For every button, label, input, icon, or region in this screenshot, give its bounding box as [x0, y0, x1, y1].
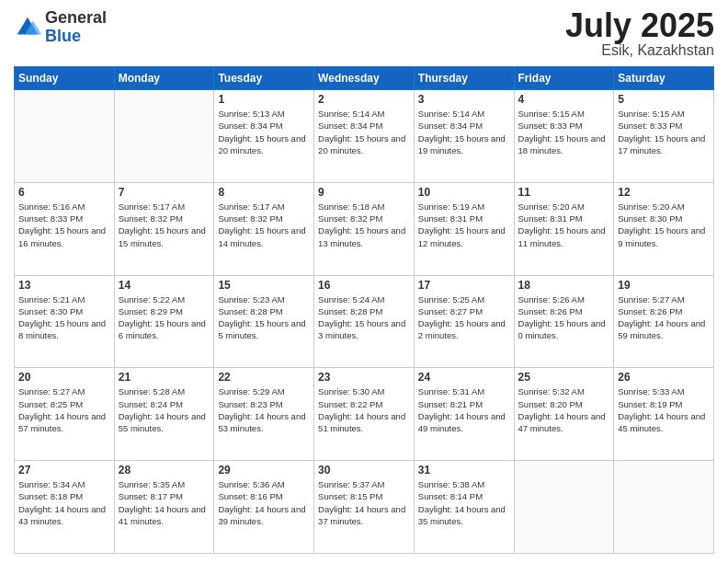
day-info: Sunrise: 5:17 AM Sunset: 8:32 PM Dayligh…	[119, 201, 210, 249]
day-number: 20	[18, 371, 110, 384]
header-thursday: Thursday	[414, 67, 514, 90]
day-number: 23	[318, 371, 410, 384]
day-number: 21	[119, 371, 210, 384]
day-number: 22	[218, 371, 310, 384]
day-number: 28	[119, 464, 210, 477]
calendar-cell: 2Sunrise: 5:14 AM Sunset: 8:34 PM Daylig…	[314, 90, 415, 183]
calendar-cell: 17Sunrise: 5:25 AM Sunset: 8:27 PM Dayli…	[414, 275, 514, 368]
day-number: 11	[518, 186, 610, 199]
calendar-cell: 20Sunrise: 5:27 AM Sunset: 8:25 PM Dayli…	[15, 368, 115, 461]
day-info: Sunrise: 5:27 AM Sunset: 8:26 PM Dayligh…	[618, 293, 710, 342]
calendar-cell: 7Sunrise: 5:17 AM Sunset: 8:32 PM Daylig…	[114, 182, 214, 275]
day-number: 7	[119, 186, 210, 199]
header-row: Sunday Monday Tuesday Wednesday Thursday…	[15, 67, 714, 90]
calendar-cell: 26Sunrise: 5:33 AM Sunset: 8:19 PM Dayli…	[614, 368, 714, 461]
day-number: 16	[318, 279, 410, 292]
week-row-1: 1Sunrise: 5:13 AM Sunset: 8:34 PM Daylig…	[15, 90, 714, 183]
calendar-cell	[514, 461, 614, 554]
week-row-2: 6Sunrise: 5:16 AM Sunset: 8:33 PM Daylig…	[15, 182, 714, 275]
calendar-cell: 21Sunrise: 5:28 AM Sunset: 8:24 PM Dayli…	[114, 368, 214, 461]
calendar-cell: 1Sunrise: 5:13 AM Sunset: 8:34 PM Daylig…	[214, 90, 314, 183]
calendar-cell: 4Sunrise: 5:15 AM Sunset: 8:33 PM Daylig…	[514, 90, 614, 183]
logo: General Blue	[14, 9, 107, 46]
day-info: Sunrise: 5:33 AM Sunset: 8:19 PM Dayligh…	[618, 385, 710, 434]
calendar-cell: 29Sunrise: 5:36 AM Sunset: 8:16 PM Dayli…	[214, 461, 314, 554]
logo-blue: Blue	[45, 28, 107, 46]
header-sunday: Sunday	[15, 67, 115, 90]
calendar-cell	[614, 461, 714, 554]
day-number: 25	[518, 371, 610, 384]
calendar-cell: 16Sunrise: 5:24 AM Sunset: 8:28 PM Dayli…	[314, 275, 415, 368]
day-info: Sunrise: 5:20 AM Sunset: 8:30 PM Dayligh…	[618, 201, 710, 249]
calendar-table: Sunday Monday Tuesday Wednesday Thursday…	[14, 66, 714, 554]
day-info: Sunrise: 5:34 AM Sunset: 8:18 PM Dayligh…	[18, 478, 110, 527]
day-info: Sunrise: 5:27 AM Sunset: 8:25 PM Dayligh…	[18, 385, 110, 434]
week-row-5: 27Sunrise: 5:34 AM Sunset: 8:18 PM Dayli…	[15, 461, 714, 554]
day-number: 5	[618, 93, 710, 106]
day-number: 27	[18, 464, 110, 477]
day-info: Sunrise: 5:14 AM Sunset: 8:34 PM Dayligh…	[318, 108, 410, 156]
title-section: July 2025 Esik, Kazakhstan	[565, 9, 714, 59]
header-monday: Monday	[114, 67, 214, 90]
day-number: 24	[418, 371, 510, 384]
calendar-cell: 25Sunrise: 5:32 AM Sunset: 8:20 PM Dayli…	[514, 368, 614, 461]
day-number: 19	[618, 279, 710, 292]
day-number: 2	[318, 93, 410, 106]
day-info: Sunrise: 5:17 AM Sunset: 8:32 PM Dayligh…	[218, 201, 310, 249]
day-number: 8	[218, 186, 310, 199]
day-info: Sunrise: 5:38 AM Sunset: 8:14 PM Dayligh…	[418, 478, 510, 527]
day-info: Sunrise: 5:32 AM Sunset: 8:20 PM Dayligh…	[518, 385, 610, 434]
header-saturday: Saturday	[614, 67, 714, 90]
day-number: 26	[618, 371, 710, 384]
day-number: 29	[218, 464, 310, 477]
day-info: Sunrise: 5:13 AM Sunset: 8:34 PM Dayligh…	[218, 108, 310, 156]
calendar-cell: 14Sunrise: 5:22 AM Sunset: 8:29 PM Dayli…	[114, 275, 214, 368]
day-number: 3	[418, 93, 510, 106]
calendar-cell: 6Sunrise: 5:16 AM Sunset: 8:33 PM Daylig…	[15, 182, 115, 275]
day-info: Sunrise: 5:29 AM Sunset: 8:23 PM Dayligh…	[218, 385, 310, 434]
day-info: Sunrise: 5:22 AM Sunset: 8:29 PM Dayligh…	[119, 293, 210, 342]
week-row-4: 20Sunrise: 5:27 AM Sunset: 8:25 PM Dayli…	[15, 368, 714, 461]
calendar-cell: 11Sunrise: 5:20 AM Sunset: 8:31 PM Dayli…	[514, 182, 614, 275]
calendar-cell	[15, 90, 115, 183]
day-number: 18	[518, 279, 610, 292]
day-number: 30	[318, 464, 410, 477]
day-number: 15	[218, 279, 310, 292]
calendar-cell: 3Sunrise: 5:14 AM Sunset: 8:34 PM Daylig…	[414, 90, 514, 183]
header: General Blue July 2025 Esik, Kazakhstan	[14, 9, 714, 59]
page: General Blue July 2025 Esik, Kazakhstan …	[0, 0, 728, 563]
day-number: 9	[318, 186, 410, 199]
calendar-cell: 8Sunrise: 5:17 AM Sunset: 8:32 PM Daylig…	[214, 182, 314, 275]
month-title: July 2025	[565, 9, 714, 42]
day-info: Sunrise: 5:36 AM Sunset: 8:16 PM Dayligh…	[218, 478, 310, 527]
day-info: Sunrise: 5:15 AM Sunset: 8:33 PM Dayligh…	[518, 108, 610, 156]
day-info: Sunrise: 5:16 AM Sunset: 8:33 PM Dayligh…	[18, 201, 110, 249]
calendar-cell: 28Sunrise: 5:35 AM Sunset: 8:17 PM Dayli…	[114, 461, 214, 554]
logo-general: General	[45, 9, 107, 28]
calendar-cell: 15Sunrise: 5:23 AM Sunset: 8:28 PM Dayli…	[214, 275, 314, 368]
day-info: Sunrise: 5:26 AM Sunset: 8:26 PM Dayligh…	[518, 293, 610, 342]
day-info: Sunrise: 5:20 AM Sunset: 8:31 PM Dayligh…	[518, 201, 610, 249]
logo-icon	[14, 14, 41, 41]
calendar-header: Sunday Monday Tuesday Wednesday Thursday…	[15, 67, 714, 90]
day-info: Sunrise: 5:18 AM Sunset: 8:32 PM Dayligh…	[318, 201, 410, 249]
day-number: 1	[218, 93, 310, 106]
logo-text: General Blue	[45, 9, 107, 46]
day-number: 4	[518, 93, 610, 106]
header-tuesday: Tuesday	[214, 67, 314, 90]
calendar-cell: 12Sunrise: 5:20 AM Sunset: 8:30 PM Dayli…	[614, 182, 714, 275]
day-number: 31	[418, 464, 510, 477]
day-info: Sunrise: 5:23 AM Sunset: 8:28 PM Dayligh…	[218, 293, 310, 342]
subtitle: Esik, Kazakhstan	[565, 42, 714, 59]
day-number: 13	[18, 279, 110, 292]
header-friday: Friday	[514, 67, 614, 90]
day-info: Sunrise: 5:37 AM Sunset: 8:15 PM Dayligh…	[318, 478, 410, 527]
day-info: Sunrise: 5:19 AM Sunset: 8:31 PM Dayligh…	[418, 201, 510, 249]
calendar-cell: 5Sunrise: 5:15 AM Sunset: 8:33 PM Daylig…	[614, 90, 714, 183]
calendar-cell: 19Sunrise: 5:27 AM Sunset: 8:26 PM Dayli…	[614, 275, 714, 368]
calendar-cell: 23Sunrise: 5:30 AM Sunset: 8:22 PM Dayli…	[314, 368, 415, 461]
header-wednesday: Wednesday	[314, 67, 415, 90]
calendar-cell: 27Sunrise: 5:34 AM Sunset: 8:18 PM Dayli…	[15, 461, 115, 554]
day-number: 17	[418, 279, 510, 292]
calendar-cell: 24Sunrise: 5:31 AM Sunset: 8:21 PM Dayli…	[414, 368, 514, 461]
